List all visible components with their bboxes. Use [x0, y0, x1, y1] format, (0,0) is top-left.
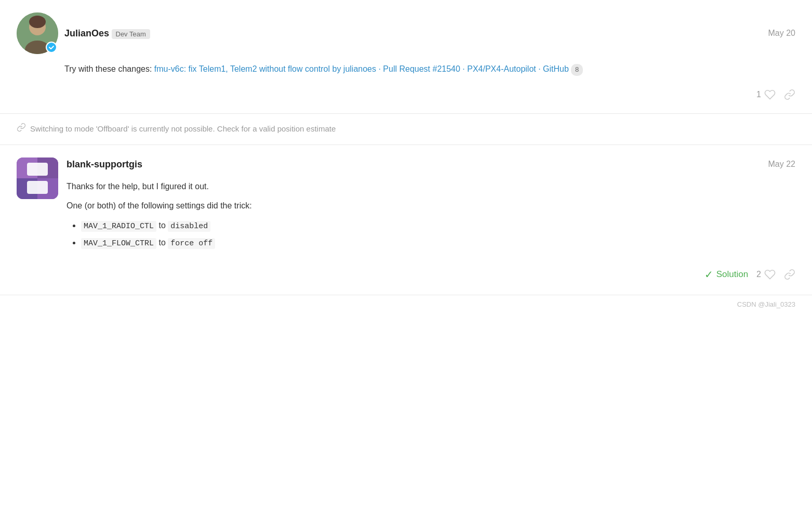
solution-label: Solution	[716, 268, 748, 281]
verified-badge	[46, 42, 57, 53]
post2-header-row: blank-supportgis May 22 Thanks for the h…	[17, 157, 795, 282]
page-container: JulianOes Dev Team May 20 Try with these…	[0, 0, 812, 313]
post2-content: Thanks for the help, but I figured it ou…	[66, 180, 795, 250]
svg-point-2	[29, 16, 46, 28]
post-body-text: Try with these changes: fmu-v6c: fix Tel…	[64, 62, 795, 76]
copy-link-action-2	[784, 269, 795, 280]
avatar-blank-supportgis	[17, 157, 58, 199]
post-blank-supportgis: blank-supportgis May 22 Thanks for the h…	[0, 145, 812, 295]
solution-check-icon: ✓	[704, 267, 713, 282]
like-action-2: 2	[756, 268, 776, 281]
settings-list: MAV_1_RADIO_CTL to disabled MAV_1_FLOW_C…	[66, 219, 795, 250]
like-icon[interactable]	[764, 89, 776, 100]
post-author-info: JulianOes Dev Team	[17, 12, 150, 54]
like-icon-2[interactable]	[764, 269, 776, 280]
link-count-badge: 8	[571, 64, 583, 76]
author-name-2: blank-supportgis	[66, 157, 142, 172]
setting-item-2: MAV_1_FLOW_CTRL to force off	[81, 236, 795, 250]
like-count: 1	[756, 88, 761, 101]
svg-rect-8	[27, 163, 48, 176]
avatar-julianoes	[17, 12, 58, 54]
like-count-2: 2	[756, 268, 761, 281]
post-content: Try with these changes: fmu-v6c: fix Tel…	[64, 62, 795, 76]
post-date: May 20	[768, 27, 795, 40]
chain-icon	[17, 122, 26, 136]
copy-link-icon-2[interactable]	[784, 269, 795, 280]
post2-header: blank-supportgis May 22	[66, 157, 795, 172]
svg-rect-9	[27, 181, 48, 194]
value-1: disabled	[168, 221, 210, 232]
footer-credit: CSDN @Jiali_0323	[0, 295, 812, 314]
footer-credit-text: CSDN @Jiali_0323	[737, 300, 795, 308]
post-actions: 1	[64, 88, 795, 101]
avatar-mosaic	[17, 157, 58, 199]
value-2: force off	[168, 238, 215, 249]
post-header: JulianOes Dev Team May 20	[17, 12, 795, 54]
post-julianoes: JulianOes Dev Team May 20 Try with these…	[0, 0, 812, 114]
post2-para1: Thanks for the help, but I figured it ou…	[66, 180, 795, 193]
linked-post-preview: Switching to mode 'Offboard' is currentl…	[0, 114, 812, 145]
param-2: MAV_1_FLOW_CTRL	[81, 238, 156, 249]
solution-button[interactable]: ✓ Solution	[704, 267, 748, 282]
post-date-2: May 22	[768, 158, 795, 170]
post2-body: blank-supportgis May 22 Thanks for the h…	[66, 157, 795, 282]
author-name-group: JulianOes Dev Team	[64, 27, 150, 41]
author-name: JulianOes	[64, 28, 109, 38]
setting-item-1: MAV_1_RADIO_CTL to disabled	[81, 219, 795, 233]
author-badge: Dev Team	[112, 29, 150, 39]
param-1: MAV_1_RADIO_CTL	[81, 221, 156, 232]
solution-actions: ✓ Solution 2	[66, 267, 795, 282]
like-action: 1	[756, 88, 776, 101]
post2-para2: One (or both) of the following settings …	[66, 199, 795, 213]
copy-link-action	[784, 89, 795, 100]
copy-link-icon[interactable]	[784, 89, 795, 100]
linked-post-text: Switching to mode 'Offboard' is currentl…	[30, 123, 336, 135]
pr-link[interactable]: fmu-v6c: fix Telem1, Telem2 without flow…	[154, 64, 569, 73]
